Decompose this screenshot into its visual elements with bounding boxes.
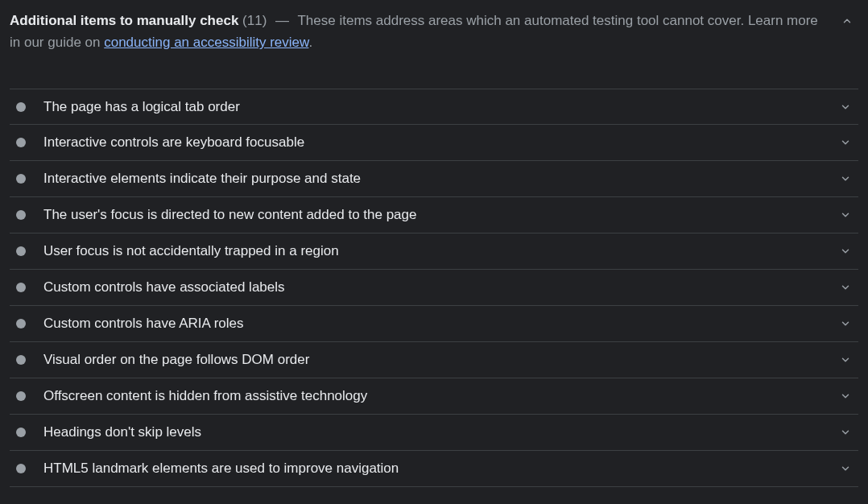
chevron-down-icon[interactable] <box>837 207 854 223</box>
chevron-down-icon[interactable] <box>837 243 854 259</box>
audit-item[interactable]: Offscreen content is hidden from assisti… <box>10 378 858 415</box>
chevron-down-icon[interactable] <box>837 171 854 187</box>
audit-item[interactable]: Visual order on the page follows DOM ord… <box>10 342 858 378</box>
chevron-down-icon[interactable] <box>837 388 854 404</box>
header-content: Additional items to manually check (11) … <box>10 10 858 53</box>
section-title: Additional items to manually check <box>10 13 238 28</box>
audit-item[interactable]: HTML5 landmark elements are used to impr… <box>10 451 858 487</box>
period: . <box>308 35 312 50</box>
audit-title: User focus is not accidentally trapped i… <box>43 243 837 259</box>
status-dot-icon <box>16 355 26 365</box>
audit-item[interactable]: The page has a logical tab order <box>10 89 858 125</box>
chevron-down-icon[interactable] <box>837 99 854 115</box>
audit-items-list: The page has a logical tab order Interac… <box>10 89 858 487</box>
audit-item[interactable]: The user's focus is directed to new cont… <box>10 197 858 233</box>
audit-title: Interactive controls are keyboard focusa… <box>43 134 837 151</box>
status-dot-icon <box>16 210 26 220</box>
section-header[interactable]: Additional items to manually check (11) … <box>10 10 858 66</box>
status-dot-icon <box>16 102 26 112</box>
chevron-down-icon[interactable] <box>837 424 854 440</box>
audit-title: Offscreen content is hidden from assisti… <box>43 388 837 404</box>
separator: — <box>275 13 289 28</box>
audit-item[interactable]: Custom controls have ARIA roles <box>10 306 858 342</box>
status-dot-icon <box>16 319 26 328</box>
audit-item[interactable]: Interactive controls are keyboard focusa… <box>10 125 858 161</box>
status-dot-icon <box>16 391 26 401</box>
audit-title: Interactive elements indicate their purp… <box>43 171 837 187</box>
audit-title: Visual order on the page follows DOM ord… <box>43 352 837 368</box>
audit-title: The page has a logical tab order <box>43 99 837 115</box>
chevron-down-icon[interactable] <box>837 279 854 295</box>
chevron-down-icon[interactable] <box>837 134 854 151</box>
status-dot-icon <box>16 246 26 256</box>
accessibility-review-link[interactable]: conducting an accessibility review <box>104 35 308 50</box>
chevron-down-icon[interactable] <box>837 352 854 368</box>
audit-title: Headings don't skip levels <box>43 424 837 440</box>
status-dot-icon <box>16 283 26 292</box>
chevron-down-icon[interactable] <box>837 316 854 332</box>
status-dot-icon <box>16 174 26 184</box>
audit-title: Custom controls have associated labels <box>43 279 837 295</box>
chevron-up-icon[interactable] <box>839 13 855 29</box>
audit-item[interactable]: Custom controls have associated labels <box>10 270 858 306</box>
section-count: (11) <box>242 13 267 28</box>
audit-item[interactable]: Headings don't skip levels <box>10 415 858 451</box>
status-dot-icon <box>16 428 26 437</box>
chevron-down-icon[interactable] <box>837 461 854 477</box>
status-dot-icon <box>16 138 26 147</box>
audit-title: Custom controls have ARIA roles <box>43 316 837 332</box>
audit-title: HTML5 landmark elements are used to impr… <box>43 461 837 477</box>
status-dot-icon <box>16 464 26 473</box>
audit-item[interactable]: Interactive elements indicate their purp… <box>10 161 858 197</box>
audit-item[interactable]: User focus is not accidentally trapped i… <box>10 233 858 270</box>
audit-title: The user's focus is directed to new cont… <box>43 207 837 223</box>
